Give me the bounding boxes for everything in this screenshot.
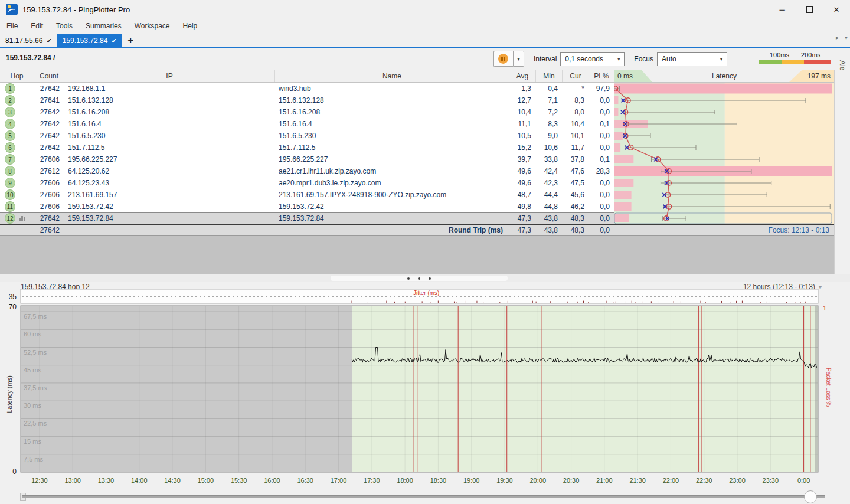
col-header-cur[interactable]: Cur: [562, 70, 589, 82]
pl-cell: 0,1: [589, 120, 614, 128]
table-row[interactable]: 427642151.6.16.4151.6.16.411,18,310,40,1: [0, 118, 614, 130]
panel-splitter[interactable]: [0, 274, 850, 282]
cur-cell: 10,4: [562, 120, 589, 128]
name-cell: 151.6.132.128: [274, 96, 509, 104]
cur-cell: 48,3: [562, 214, 589, 222]
col-header-count[interactable]: Count: [34, 70, 64, 82]
avg-cell: 47,3: [509, 214, 535, 222]
col-header-hop[interactable]: Hop: [0, 70, 34, 82]
table-row[interactable]: 1227642159.153.72.84159.153.72.8447,343,…: [0, 212, 614, 224]
svg-text:60 ms: 60 ms: [24, 330, 41, 338]
svg-text:20:00: 20:00: [530, 477, 547, 484]
table-row[interactable]: 627642151.7.112.5151.7.112.515,210,611,7…: [0, 142, 614, 153]
svg-text:Jitter (ms): Jitter (ms): [413, 290, 439, 296]
avg-cell: 48,7: [509, 191, 535, 199]
pause-button[interactable]: [493, 51, 513, 67]
tab-list-dropdown-icon[interactable]: ▾: [845, 34, 848, 41]
col-header-avg[interactable]: Avg: [509, 70, 535, 82]
ip-cell: 151.6.16.208: [64, 108, 274, 116]
table-row[interactable]: 727606195.66.225.227195.66.225.22739,733…: [0, 153, 614, 165]
hop-cell: 6: [0, 142, 34, 153]
graphed-hop-icon: [19, 215, 25, 221]
svg-text:37,5 ms: 37,5 ms: [24, 384, 47, 391]
svg-text:45 ms: 45 ms: [24, 366, 41, 374]
table-row[interactable]: 127642192.168.1.1wind3.hub1,30,4*97,9: [0, 83, 614, 94]
legend-gradient-bar: [759, 60, 831, 64]
timeline-chart: 35Jitter (ms)67,5 ms60 ms52,5 ms45 ms37,…: [0, 282, 850, 490]
target-tab-81.17.55.66[interactable]: 81.17.55.66✔: [0, 34, 57, 47]
minimize-button[interactable]: ─: [769, 0, 796, 19]
menu-item-summaries[interactable]: Summaries: [79, 20, 128, 32]
pause-options-button[interactable]: ▾: [513, 51, 524, 67]
table-header: Hop Count IP Name Avg Min Cur PL% 0 ms L…: [0, 70, 834, 83]
menu-item-workspace[interactable]: Workspace: [128, 20, 176, 32]
scrollbar-thumb[interactable]: [804, 490, 817, 503]
title-bar: 159.153.72.84 - PingPlotter Pro ─ ✕: [0, 0, 850, 19]
cur-cell: 45,6: [562, 191, 589, 199]
svg-text:12:30: 12:30: [31, 477, 48, 484]
hop-table-body: 127642192.168.1.1wind3.hub1,30,4*97,9227…: [0, 83, 614, 224]
pl-cell: 97,9: [589, 84, 614, 93]
pause-icon: [498, 54, 508, 64]
min-cell: 44,8: [535, 202, 562, 211]
count-cell: 27606: [34, 179, 64, 187]
col-header-pl[interactable]: PL%: [589, 70, 614, 82]
menu-item-file[interactable]: File: [0, 20, 24, 32]
min-cell: 7,1: [535, 96, 562, 104]
col-header-latency[interactable]: 0 ms Latency 197 ms: [614, 70, 834, 82]
table-row[interactable]: 92760664.125.23.43ae20.mpr1.dub3.ie.zip.…: [0, 177, 614, 189]
cur-cell: 8,3: [562, 96, 589, 104]
table-row[interactable]: 1027606213.161.69.157213.161.69.157.IPYX…: [0, 189, 614, 201]
count-cell: 27642: [34, 120, 64, 128]
table-row[interactable]: 327642151.6.16.208151.6.16.20810,47,28,0…: [0, 106, 614, 118]
maximize-button[interactable]: [796, 0, 823, 19]
menu-item-tools[interactable]: Tools: [50, 20, 79, 32]
pl-cell: 0,0: [589, 179, 614, 187]
svg-text:16:00: 16:00: [264, 477, 280, 484]
menu-item-edit[interactable]: Edit: [24, 20, 50, 32]
col-header-ip[interactable]: IP: [64, 70, 274, 82]
table-row[interactable]: 1127606159.153.72.42159.153.72.4249,844,…: [0, 201, 614, 212]
right-gutter: [834, 70, 850, 274]
table-row[interactable]: 527642151.6.5.230151.6.5.23010,59,010,10…: [0, 130, 614, 142]
focus-select[interactable]: Auto ▾: [657, 52, 727, 66]
menu-item-help[interactable]: Help: [176, 20, 204, 32]
pingplotter-window: 159.153.72.84 - PingPlotter Pro ─ ✕ File…: [0, 0, 850, 504]
col-header-min[interactable]: Min: [535, 70, 562, 82]
col-header-name[interactable]: Name: [274, 70, 509, 82]
svg-text:23:30: 23:30: [763, 477, 779, 484]
table-row[interactable]: 227641151.6.132.128151.6.132.12812,77,18…: [0, 94, 614, 106]
table-row[interactable]: 82761264.125.20.62ae21.cr1.lhr11.uk.zip.…: [0, 165, 614, 177]
hop-number-badge: 6: [5, 142, 15, 153]
svg-text:21:00: 21:00: [596, 477, 613, 484]
target-tab-159.153.72.84[interactable]: 159.153.72.84✔: [57, 34, 122, 47]
hop-number-badge: 10: [5, 189, 15, 200]
pl-cell: 0,0: [589, 191, 614, 199]
name-cell: 151.6.16.4: [274, 120, 509, 128]
splitter-handle-icon[interactable]: [331, 276, 508, 281]
pl-cell: 0,0: [589, 143, 614, 152]
cur-cell: *: [562, 84, 589, 93]
close-button[interactable]: ✕: [823, 0, 850, 19]
svg-text:30 ms: 30 ms: [24, 402, 41, 409]
svg-text:15 ms: 15 ms: [24, 438, 41, 445]
svg-text:19:00: 19:00: [463, 477, 480, 484]
scrollbar-track[interactable]: [22, 495, 825, 498]
interval-select[interactable]: 0,1 seconds ▾: [560, 52, 625, 66]
new-target-button[interactable]: +: [122, 34, 139, 47]
pl-cell: 0,0: [589, 96, 614, 104]
chevron-down-icon: ▾: [517, 56, 520, 62]
svg-text:0:00: 0:00: [797, 477, 810, 484]
svg-text:70: 70: [9, 303, 17, 311]
hop-cell: 8: [0, 166, 34, 176]
maximize-icon: [806, 6, 813, 13]
legend-segment: [804, 60, 831, 64]
pl-cell: 0,0: [589, 214, 614, 222]
round-trip-label: Round Trip (ms): [274, 226, 509, 234]
svg-text:Packet Loss %: Packet Loss %: [825, 368, 832, 407]
legend-segment: [782, 60, 804, 64]
avg-cell: 10,4: [509, 108, 535, 116]
tab-scroll-right-icon[interactable]: ▸: [836, 34, 839, 41]
name-cell: 159.153.72.42: [274, 202, 509, 211]
min-cell: 7,2: [535, 108, 562, 116]
